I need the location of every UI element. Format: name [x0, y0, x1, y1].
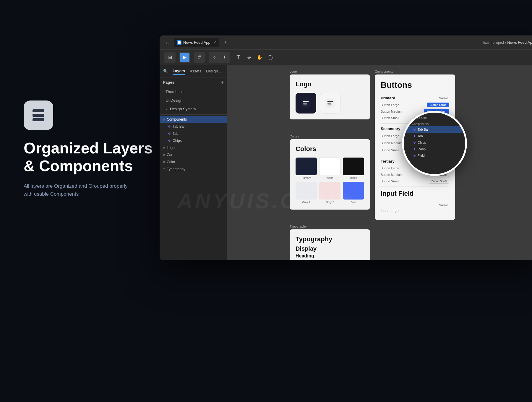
zoom-component-icon-5: ❖: [413, 154, 416, 157]
hash-icon-2: #: [163, 146, 165, 150]
frame-tool[interactable]: #: [195, 53, 204, 62]
normal-label: Normal: [439, 96, 449, 100]
colors-title: Colors: [296, 145, 364, 153]
new-tab-button[interactable]: +: [221, 38, 230, 47]
layer-color[interactable]: # Color: [160, 158, 227, 166]
btn-large-preview: Button Large: [427, 103, 449, 107]
svg-rect-3: [178, 41, 181, 44]
color-swatches: Primary White Black: [296, 158, 364, 204]
zoom-component-icon: ❖: [413, 128, 416, 131]
main-area: 🔍 Layers Assets Design ... Pages + Thumb…: [160, 65, 532, 260]
hash-icon-3: #: [163, 153, 165, 157]
select-tool[interactable]: ▶: [180, 53, 189, 62]
sidebar-search-icon[interactable]: 🔍: [163, 69, 168, 73]
primary-section-label: Primary: [381, 96, 395, 100]
ter-btn-small-preview: Button Small: [429, 179, 449, 184]
colors-frame-label: Colors: [290, 134, 370, 138]
text-tool[interactable]: T: [233, 53, 243, 62]
breadcrumb: Team project / News Feed App: [482, 40, 532, 45]
typo-body: Body Text: [296, 260, 364, 260]
tab-label: News Feed App: [183, 40, 210, 45]
swatch-gray1: Gray 1: [296, 182, 317, 204]
hero-title: Organized Layers & Components: [24, 140, 160, 175]
logo-frame-label: Logo: [290, 70, 370, 73]
components-frame-label: Components: [375, 70, 455, 73]
typo-display: Display: [296, 245, 364, 252]
layer-typography[interactable]: ≡ Typography: [160, 166, 227, 173]
page-thumbnail[interactable]: Thumbnail: [160, 87, 227, 96]
svg-rect-2: [33, 118, 44, 121]
layer-components[interactable]: # Components: [160, 116, 227, 123]
swatch-white: White: [319, 158, 340, 179]
menu-tool[interactable]: ⊞: [165, 53, 175, 62]
toolbar-frame-group: #: [194, 52, 205, 63]
pages-section-title: Pages: [163, 80, 174, 85]
logo-frame-wrapper: Logo Logo: [290, 70, 370, 130]
ter-button-small-row: Button Small Button Small: [381, 179, 449, 184]
hand-tool[interactable]: ✋: [255, 53, 264, 62]
layer-card[interactable]: # Card: [160, 151, 227, 158]
typography-title: Typography: [296, 235, 364, 243]
input-large-label: Input Large: [381, 209, 449, 213]
zoom-item-chips[interactable]: ❖ Chips: [406, 139, 463, 146]
btn-large-label: Button Large: [381, 103, 399, 107]
logo-dark-variant: [296, 93, 316, 114]
comment-tool[interactable]: ◯: [265, 53, 275, 62]
logo-title: Logo: [296, 80, 364, 88]
design-tab[interactable]: Design ...: [206, 68, 222, 74]
swatch-primary: Primary: [296, 158, 317, 179]
zoom-item-iconly[interactable]: ❖ Iconly: [406, 146, 463, 152]
input-normal-label: Normal: [381, 203, 449, 207]
layer-chips[interactable]: ❖ Chips: [160, 137, 227, 144]
zoom-item-tab[interactable]: ❖ Tab: [406, 133, 463, 139]
hero-section: Organized Layers & Components All layers…: [24, 100, 160, 198]
tab-icon: [177, 40, 181, 45]
zoom-component-icon-4: ❖: [413, 147, 416, 151]
btn-small-label: Button Small: [381, 116, 399, 120]
typography-frame-wrapper: Typography Typography Display Heading Bo…: [290, 225, 370, 260]
btn-medium-label: Button Medium: [381, 110, 403, 113]
component-icon-3: ❖: [168, 139, 171, 143]
layer-tab[interactable]: ❖ Tab: [160, 130, 227, 137]
title-bar: ⌂ News Feed App ✕ + Team project / News …: [160, 35, 532, 50]
assets-tab[interactable]: Assets: [190, 68, 201, 74]
typography-frame-label: Typography: [290, 225, 370, 228]
toolbar-shape-group: ○ ✦: [209, 52, 230, 63]
pen-tool[interactable]: ✦: [220, 53, 229, 62]
layers-tab[interactable]: Layers: [173, 67, 185, 75]
toolbar-move-group: ⊞: [164, 52, 176, 63]
app-icon: [24, 100, 53, 130]
swatch-black: Black: [343, 158, 364, 179]
toolbar-select-group: ▶: [179, 52, 190, 63]
canvas: Design System # Components ❖ Tab Bar ❖ T…: [228, 65, 532, 260]
input-field-title: Input Field: [381, 190, 449, 197]
svg-rect-1: [33, 114, 44, 117]
hero-description: All layers are Organized and Grouped pro…: [24, 182, 136, 198]
zoom-item-tab-bar[interactable]: ❖ Tab Bar: [406, 126, 463, 133]
figma-window: ⌂ News Feed App ✕ + Team project / News …: [160, 35, 532, 260]
page-design-system[interactable]: ✓ Design System: [160, 105, 227, 113]
components-title: Buttons: [381, 80, 449, 90]
page-ui-design[interactable]: UI Design: [160, 96, 227, 105]
zoom-hash-icon: #: [408, 122, 410, 126]
zoom-component-icon-3: ❖: [413, 141, 416, 144]
add-page-button[interactable]: +: [221, 80, 224, 85]
zoom-item-field[interactable]: ❖ Field: [406, 152, 463, 159]
logo-options: [296, 93, 364, 114]
svg-rect-0: [33, 109, 44, 112]
shape-tool[interactable]: ○: [210, 53, 219, 62]
layer-logo[interactable]: # Logo: [160, 144, 227, 151]
home-button[interactable]: ⌂: [163, 38, 171, 47]
hash-icon: #: [163, 118, 165, 121]
component-icon: ❖: [168, 125, 171, 129]
typography-frame: Typography Display Heading Body Text Cap…: [290, 229, 370, 260]
layer-tab-bar[interactable]: ❖ Tab Bar: [160, 123, 227, 130]
active-tab[interactable]: News Feed App ✕: [174, 38, 219, 47]
logo-frame: Logo: [290, 74, 370, 119]
zoom-component-icon-2: ❖: [413, 134, 416, 138]
sidebar-tabs: 🔍 Layers Assets Design ...: [160, 65, 227, 77]
colors-frame-wrapper: Colors Colors Primary White: [290, 134, 370, 220]
component-tool[interactable]: ⊕: [244, 53, 254, 62]
tab-close-button[interactable]: ✕: [213, 40, 216, 44]
hash-icon-4: #: [163, 160, 165, 164]
